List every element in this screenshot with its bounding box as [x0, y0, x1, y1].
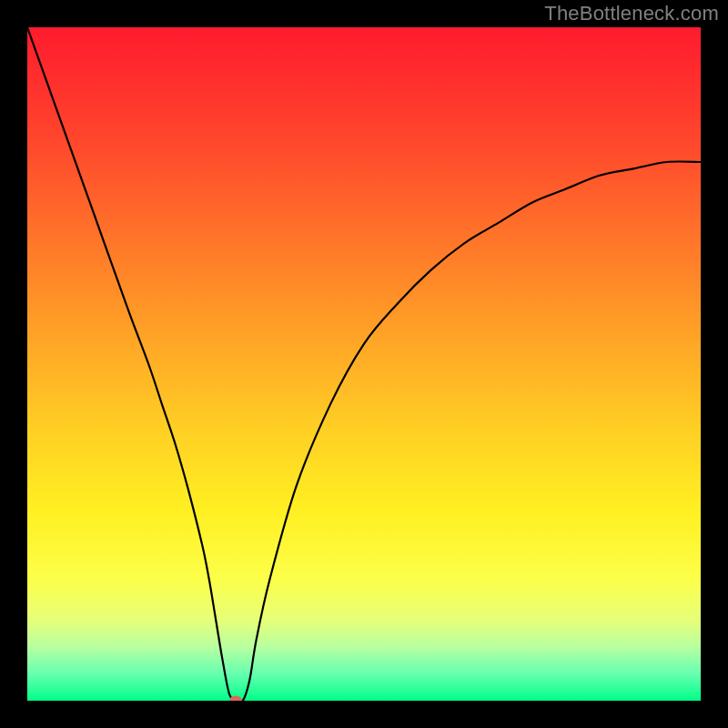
minimum-marker	[229, 696, 242, 702]
plot-area	[27, 27, 701, 701]
chart-stage: TheBottleneck.com	[0, 0, 728, 728]
watermark-text: TheBottleneck.com	[544, 2, 719, 25]
curve-svg	[27, 27, 701, 701]
bottleneck-curve	[27, 27, 701, 701]
